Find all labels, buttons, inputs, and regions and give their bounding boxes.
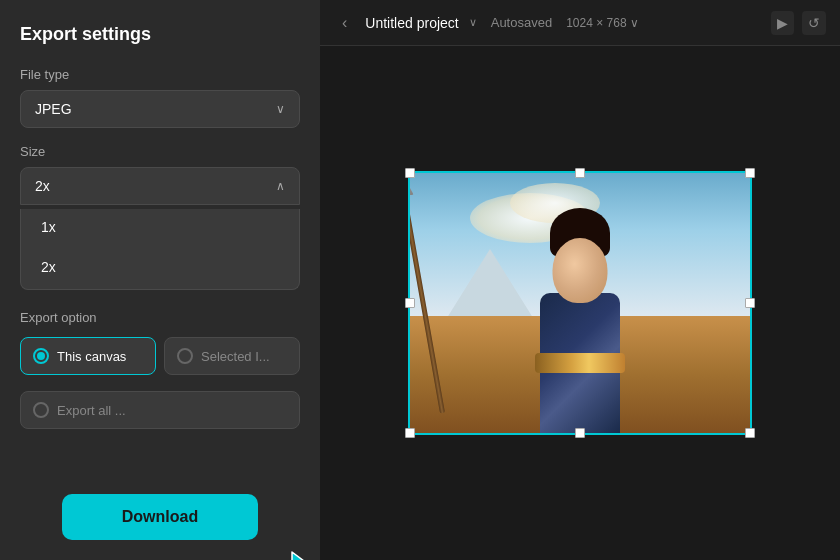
- size-value: 2x: [35, 178, 50, 194]
- size-label: Size: [20, 144, 300, 159]
- export-options-row: This canvas Selected I...: [20, 337, 300, 375]
- download-area: Download: [20, 474, 300, 540]
- file-type-label: File type: [20, 67, 300, 82]
- export-selected-btn[interactable]: Selected I...: [164, 337, 300, 375]
- export-all-label: Export all ...: [57, 403, 126, 418]
- handle-top-right: [745, 168, 755, 178]
- export-all-btn[interactable]: Export all ...: [20, 391, 300, 429]
- export-option-label: Export option: [20, 310, 300, 325]
- handle-top-left: [405, 168, 415, 178]
- chevron-down-icon: ∨: [276, 102, 285, 116]
- autosaved-label: Autosaved: [491, 15, 552, 30]
- download-label: Download: [122, 508, 198, 525]
- download-button[interactable]: Download: [62, 494, 258, 540]
- export-options: This canvas Selected I... Export all ...: [20, 337, 300, 429]
- project-name: Untitled project: [365, 15, 458, 31]
- warrior-armor: [535, 353, 625, 373]
- handle-bottom-left: [405, 428, 415, 438]
- warrior-head: [553, 238, 608, 303]
- radio-selected: [177, 348, 193, 364]
- panel-title: Export settings: [20, 24, 300, 45]
- size-option-2x[interactable]: 2x: [27, 249, 293, 285]
- export-panel: Export settings File type JPEG ∨ Size 2x…: [0, 0, 320, 560]
- file-type-value: JPEG: [35, 101, 72, 117]
- canvas-container[interactable]: [408, 171, 752, 435]
- chevron-up-icon: ∧: [276, 179, 285, 193]
- canvas-image: [410, 173, 750, 433]
- canvas-area: [320, 46, 840, 560]
- play-button[interactable]: ▶: [771, 11, 794, 35]
- dimensions-label[interactable]: 1024 × 768 ∨: [566, 16, 639, 30]
- export-canvas-label: This canvas: [57, 349, 126, 364]
- size-option-1x[interactable]: 1x: [27, 209, 293, 245]
- radio-all: [33, 402, 49, 418]
- handle-top-middle: [575, 168, 585, 178]
- size-section: Size 2x ∧ 1x 2x: [20, 144, 300, 310]
- size-dropdown: 1x 2x: [20, 209, 300, 290]
- handle-bottom-middle: [575, 428, 585, 438]
- radio-canvas: [33, 348, 49, 364]
- file-type-select[interactable]: JPEG ∨: [20, 90, 300, 128]
- project-chevron-icon[interactable]: ∨: [469, 16, 477, 29]
- export-canvas-btn[interactable]: This canvas: [20, 337, 156, 375]
- refresh-button[interactable]: ↺: [802, 11, 826, 35]
- handle-middle-right: [745, 298, 755, 308]
- radio-canvas-inner: [37, 352, 45, 360]
- right-panel: ‹ Untitled project ∨ Autosaved 1024 × 76…: [320, 0, 840, 560]
- top-bar-actions: ▶ ↺: [771, 11, 826, 35]
- handle-bottom-right: [745, 428, 755, 438]
- back-button[interactable]: ‹: [334, 10, 355, 36]
- top-bar: ‹ Untitled project ∨ Autosaved 1024 × 76…: [320, 0, 840, 46]
- export-selected-label: Selected I...: [201, 349, 270, 364]
- size-select[interactable]: 2x ∧: [20, 167, 300, 205]
- handle-middle-left: [405, 298, 415, 308]
